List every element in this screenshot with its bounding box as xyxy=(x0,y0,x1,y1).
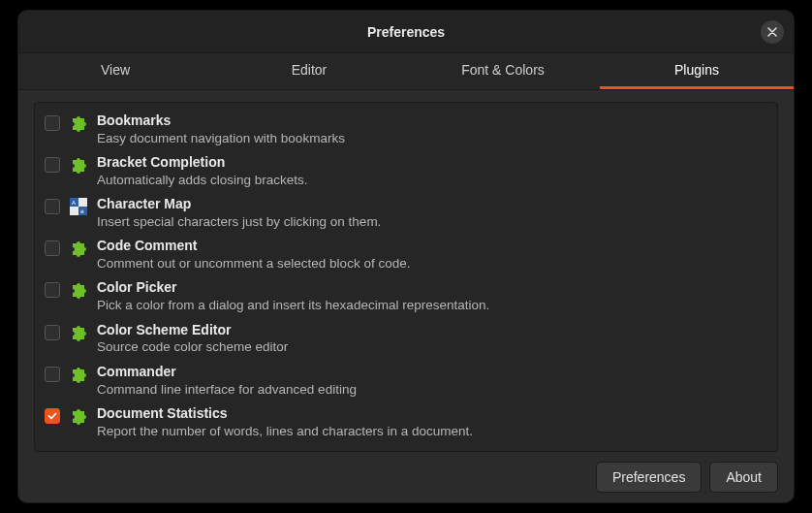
plugin-checkbox[interactable] xyxy=(45,367,60,382)
plugin-text: Document StatisticsReport the number of … xyxy=(97,404,767,440)
plugin-list: BookmarksEasy document navigation with b… xyxy=(34,102,778,452)
puzzle-icon xyxy=(70,240,87,257)
plugin-checkbox[interactable] xyxy=(45,240,60,256)
puzzle-icon xyxy=(70,156,87,174)
puzzle-icon xyxy=(70,240,87,257)
plugin-name: Bookmarks xyxy=(97,112,767,130)
plugin-name: Color Scheme Editor xyxy=(97,321,767,339)
close-button[interactable] xyxy=(761,20,784,44)
plugin-checkbox[interactable] xyxy=(45,325,60,340)
puzzle-icon xyxy=(70,114,87,132)
plugin-checkbox[interactable] xyxy=(45,115,60,131)
plugin-row[interactable]: Color Scheme EditorSource code color sch… xyxy=(45,318,767,360)
plugin-description: Easy document navigation with bookmarks xyxy=(97,130,767,147)
plugin-checkbox[interactable] xyxy=(45,282,60,298)
plugin-description: Comment out or uncomment a selected bloc… xyxy=(97,255,767,273)
plugin-text: Color Scheme EditorSource code color sch… xyxy=(97,321,767,357)
puzzle-icon xyxy=(70,366,87,383)
plugin-description: Pick a color from a dialog and insert it… xyxy=(97,297,767,314)
svg-rect-1 xyxy=(78,198,87,207)
plugin-row[interactable]: CommanderCommand line interface for adva… xyxy=(45,360,767,401)
plugin-text: Bracket CompletionAutomatically adds clo… xyxy=(97,153,767,189)
window-title: Preferences xyxy=(367,24,445,40)
puzzle-icon xyxy=(70,114,87,132)
charmap-icon: Aé xyxy=(70,198,87,215)
plugin-text: Color PickerPick a color from a dialog a… xyxy=(97,278,767,314)
plugin-description: Command line interface for advanced edit… xyxy=(97,381,767,399)
plugin-row[interactable]: Document StatisticsReport the number of … xyxy=(45,401,767,443)
svg-text:A: A xyxy=(72,200,76,206)
puzzle-icon xyxy=(70,281,87,299)
plugin-text: CommanderCommand line interface for adva… xyxy=(97,363,767,399)
plugin-row[interactable]: AéCharacter MapInsert special characters… xyxy=(45,192,767,234)
puzzle-icon xyxy=(70,324,87,341)
plugin-checkbox[interactable] xyxy=(45,199,60,214)
charmap-icon: Aé xyxy=(70,198,87,215)
puzzle-icon xyxy=(70,281,87,299)
plugin-name: Color Picker xyxy=(97,278,767,297)
preferences-window: Preferences View Editor Font & Colors Pl… xyxy=(17,10,795,503)
plugin-name: Commander xyxy=(97,363,767,381)
tab-plugins[interactable]: Plugins xyxy=(600,53,794,89)
plugin-row[interactable]: Code CommentComment out or uncomment a s… xyxy=(45,234,767,275)
svg-rect-2 xyxy=(70,207,78,215)
tab-editor[interactable]: Editor xyxy=(212,53,406,89)
plugin-row[interactable]: Color PickerPick a color from a dialog a… xyxy=(45,275,767,317)
plugin-name: Code Comment xyxy=(97,237,767,255)
close-icon xyxy=(767,27,777,37)
footer-buttons: Preferences About xyxy=(34,452,778,493)
tab-view[interactable]: View xyxy=(18,53,212,89)
plugin-name: Character Map xyxy=(97,195,767,213)
plugin-name: Document Statistics xyxy=(97,404,767,423)
plugin-description: Insert special characters just by clicki… xyxy=(97,213,767,231)
check-icon xyxy=(47,411,57,421)
puzzle-icon xyxy=(70,156,87,174)
plugin-row[interactable]: Bracket CompletionAutomatically adds clo… xyxy=(45,150,767,192)
plugin-row[interactable]: BookmarksEasy document navigation with b… xyxy=(45,109,767,150)
plugin-checkbox[interactable] xyxy=(45,157,60,173)
plugin-text: Character MapInsert special characters j… xyxy=(97,195,767,231)
puzzle-icon xyxy=(70,407,87,425)
plugin-checkbox[interactable] xyxy=(45,408,60,424)
plugin-description: Report the number of words, lines and ch… xyxy=(97,423,767,440)
plugin-text: Code CommentComment out or uncomment a s… xyxy=(97,237,767,273)
puzzle-icon xyxy=(70,324,87,341)
plugin-name: Bracket Completion xyxy=(97,153,767,172)
plugin-description: Source code color scheme editor xyxy=(97,338,767,356)
puzzle-icon xyxy=(70,366,87,383)
about-button[interactable]: About xyxy=(709,462,778,493)
plugin-preferences-button[interactable]: Preferences xyxy=(596,462,702,493)
content-area: BookmarksEasy document navigation with b… xyxy=(18,90,794,502)
titlebar: Preferences xyxy=(18,11,794,53)
plugin-description: Automatically adds closing brackets. xyxy=(97,172,767,189)
tab-bar: View Editor Font & Colors Plugins xyxy=(18,53,794,90)
tab-font-colors[interactable]: Font & Colors xyxy=(406,53,600,89)
plugin-text: BookmarksEasy document navigation with b… xyxy=(97,112,767,147)
puzzle-icon xyxy=(70,407,87,425)
